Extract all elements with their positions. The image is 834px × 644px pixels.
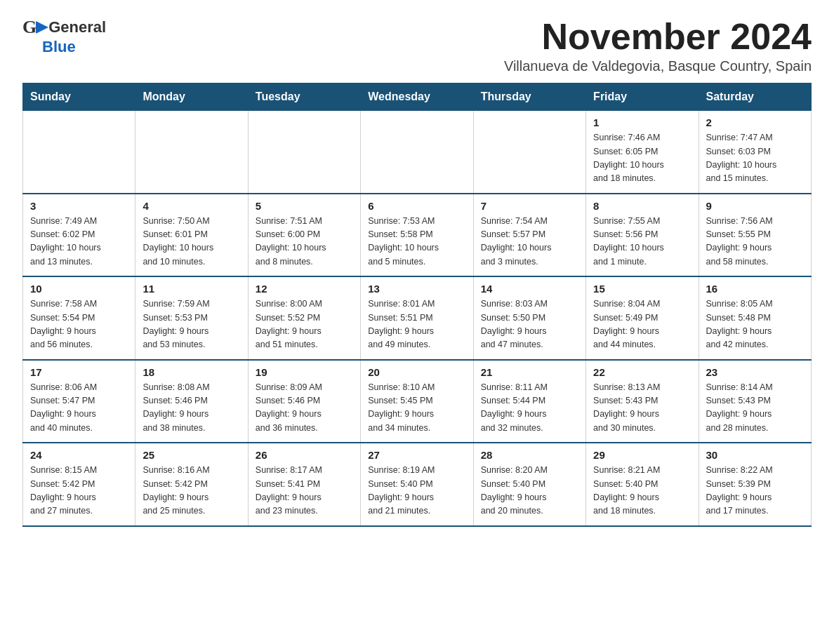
day-number: 23 bbox=[706, 366, 804, 378]
day-info: Sunrise: 8:09 AMSunset: 5:46 PMDaylight:… bbox=[256, 381, 353, 436]
calendar-cell: 16Sunrise: 8:05 AMSunset: 5:48 PMDayligh… bbox=[699, 276, 811, 360]
calendar-week-4: 17Sunrise: 8:06 AMSunset: 5:47 PMDayligh… bbox=[23, 360, 812, 443]
day-info: Sunrise: 7:56 AMSunset: 5:55 PMDaylight:… bbox=[706, 215, 804, 269]
weekday-header-wednesday: Wednesday bbox=[361, 83, 473, 111]
calendar-week-3: 10Sunrise: 7:58 AMSunset: 5:54 PMDayligh… bbox=[23, 276, 812, 360]
day-number: 25 bbox=[143, 449, 240, 461]
day-number: 19 bbox=[256, 366, 353, 378]
day-number: 16 bbox=[706, 283, 804, 295]
day-number: 8 bbox=[593, 200, 691, 212]
calendar-cell: 18Sunrise: 8:08 AMSunset: 5:46 PMDayligh… bbox=[135, 360, 248, 443]
calendar-cell: 12Sunrise: 8:00 AMSunset: 5:52 PMDayligh… bbox=[248, 276, 360, 360]
calendar-cell: 25Sunrise: 8:16 AMSunset: 5:42 PMDayligh… bbox=[135, 443, 248, 526]
day-info: Sunrise: 8:05 AMSunset: 5:48 PMDaylight:… bbox=[706, 297, 804, 352]
day-info: Sunrise: 8:10 AMSunset: 5:45 PMDaylight:… bbox=[368, 381, 465, 436]
calendar-cell: 9Sunrise: 7:56 AMSunset: 5:55 PMDaylight… bbox=[699, 194, 811, 277]
day-number: 1 bbox=[593, 116, 691, 128]
calendar-cell bbox=[135, 111, 248, 194]
day-number: 5 bbox=[256, 200, 353, 212]
month-title: November 2024 bbox=[504, 17, 812, 57]
day-number: 3 bbox=[30, 200, 128, 212]
day-info: Sunrise: 7:47 AMSunset: 6:03 PMDaylight:… bbox=[706, 131, 804, 186]
calendar-cell: 24Sunrise: 8:15 AMSunset: 5:42 PMDayligh… bbox=[23, 443, 135, 526]
day-number: 18 bbox=[143, 366, 240, 378]
calendar-cell: 7Sunrise: 7:54 AMSunset: 5:57 PMDaylight… bbox=[473, 194, 585, 277]
weekday-header-tuesday: Tuesday bbox=[248, 83, 360, 111]
day-info: Sunrise: 7:49 AMSunset: 6:02 PMDaylight:… bbox=[30, 215, 128, 269]
logo-g: G bbox=[22, 17, 37, 38]
day-number: 20 bbox=[368, 366, 465, 378]
day-number: 22 bbox=[593, 366, 691, 378]
calendar-cell bbox=[23, 111, 135, 194]
calendar-week-5: 24Sunrise: 8:15 AMSunset: 5:42 PMDayligh… bbox=[23, 443, 812, 526]
day-number: 6 bbox=[368, 200, 465, 212]
weekday-header-thursday: Thursday bbox=[473, 83, 585, 111]
calendar-cell: 8Sunrise: 7:55 AMSunset: 5:56 PMDaylight… bbox=[586, 194, 699, 277]
calendar-cell: 26Sunrise: 8:17 AMSunset: 5:41 PMDayligh… bbox=[248, 443, 360, 526]
calendar-cell: 20Sunrise: 8:10 AMSunset: 5:45 PMDayligh… bbox=[361, 360, 473, 443]
day-number: 7 bbox=[481, 200, 578, 212]
calendar-cell: 29Sunrise: 8:21 AMSunset: 5:40 PMDayligh… bbox=[586, 443, 699, 526]
calendar-cell: 28Sunrise: 8:20 AMSunset: 5:40 PMDayligh… bbox=[473, 443, 585, 526]
day-number: 4 bbox=[143, 200, 240, 212]
calendar-cell: 2Sunrise: 7:47 AMSunset: 6:03 PMDaylight… bbox=[699, 111, 811, 194]
calendar-week-1: 1Sunrise: 7:46 AMSunset: 6:05 PMDaylight… bbox=[23, 111, 812, 194]
calendar-cell: 13Sunrise: 8:01 AMSunset: 5:51 PMDayligh… bbox=[361, 276, 473, 360]
day-info: Sunrise: 8:20 AMSunset: 5:40 PMDaylight:… bbox=[481, 464, 578, 518]
calendar-cell: 21Sunrise: 8:11 AMSunset: 5:44 PMDayligh… bbox=[473, 360, 585, 443]
day-info: Sunrise: 7:59 AMSunset: 5:53 PMDaylight:… bbox=[143, 297, 240, 352]
calendar-cell: 22Sunrise: 8:13 AMSunset: 5:43 PMDayligh… bbox=[586, 360, 699, 443]
day-number: 11 bbox=[143, 283, 240, 295]
svg-marker-0 bbox=[36, 21, 48, 34]
day-info: Sunrise: 8:03 AMSunset: 5:50 PMDaylight:… bbox=[481, 297, 578, 352]
logo: G General Blue bbox=[22, 17, 106, 56]
calendar-cell bbox=[361, 111, 473, 194]
day-info: Sunrise: 8:04 AMSunset: 5:49 PMDaylight:… bbox=[593, 297, 691, 352]
day-info: Sunrise: 7:51 AMSunset: 6:00 PMDaylight:… bbox=[256, 215, 353, 269]
calendar-cell: 14Sunrise: 8:03 AMSunset: 5:50 PMDayligh… bbox=[473, 276, 585, 360]
calendar-cell: 1Sunrise: 7:46 AMSunset: 6:05 PMDaylight… bbox=[586, 111, 699, 194]
calendar-week-2: 3Sunrise: 7:49 AMSunset: 6:02 PMDaylight… bbox=[23, 194, 812, 277]
calendar-cell: 10Sunrise: 7:58 AMSunset: 5:54 PMDayligh… bbox=[23, 276, 135, 360]
day-info: Sunrise: 8:19 AMSunset: 5:40 PMDaylight:… bbox=[368, 464, 465, 518]
weekday-header-friday: Friday bbox=[586, 83, 699, 111]
day-info: Sunrise: 7:55 AMSunset: 5:56 PMDaylight:… bbox=[593, 215, 691, 269]
calendar-cell: 27Sunrise: 8:19 AMSunset: 5:40 PMDayligh… bbox=[361, 443, 473, 526]
calendar-cell: 30Sunrise: 8:22 AMSunset: 5:39 PMDayligh… bbox=[699, 443, 811, 526]
day-info: Sunrise: 8:11 AMSunset: 5:44 PMDaylight:… bbox=[481, 381, 578, 436]
calendar-cell: 19Sunrise: 8:09 AMSunset: 5:46 PMDayligh… bbox=[248, 360, 360, 443]
day-info: Sunrise: 7:50 AMSunset: 6:01 PMDaylight:… bbox=[143, 215, 240, 269]
calendar-table: SundayMondayTuesdayWednesdayThursdayFrid… bbox=[22, 83, 812, 527]
day-number: 24 bbox=[30, 449, 128, 461]
day-number: 30 bbox=[706, 449, 804, 461]
page-header: G General Blue November 2024 Villanueva … bbox=[22, 17, 812, 74]
weekday-header-sunday: Sunday bbox=[23, 83, 135, 111]
day-info: Sunrise: 8:13 AMSunset: 5:43 PMDaylight:… bbox=[593, 381, 691, 436]
title-block: November 2024 Villanueva de Valdegovia, … bbox=[504, 17, 812, 74]
day-info: Sunrise: 8:14 AMSunset: 5:43 PMDaylight:… bbox=[706, 381, 804, 436]
day-number: 2 bbox=[706, 116, 804, 128]
weekday-header-row: SundayMondayTuesdayWednesdayThursdayFrid… bbox=[23, 83, 812, 111]
calendar-cell bbox=[473, 111, 585, 194]
day-info: Sunrise: 8:08 AMSunset: 5:46 PMDaylight:… bbox=[143, 381, 240, 436]
location-subtitle: Villanueva de Valdegovia, Basque Country… bbox=[504, 58, 812, 74]
calendar-cell: 23Sunrise: 8:14 AMSunset: 5:43 PMDayligh… bbox=[699, 360, 811, 443]
weekday-header-saturday: Saturday bbox=[699, 83, 811, 111]
calendar-cell: 4Sunrise: 7:50 AMSunset: 6:01 PMDaylight… bbox=[135, 194, 248, 277]
day-number: 15 bbox=[593, 283, 691, 295]
calendar-cell: 3Sunrise: 7:49 AMSunset: 6:02 PMDaylight… bbox=[23, 194, 135, 277]
day-number: 21 bbox=[481, 366, 578, 378]
day-number: 28 bbox=[481, 449, 578, 461]
day-info: Sunrise: 8:22 AMSunset: 5:39 PMDaylight:… bbox=[706, 464, 804, 518]
day-info: Sunrise: 8:01 AMSunset: 5:51 PMDaylight:… bbox=[368, 297, 465, 352]
day-info: Sunrise: 8:15 AMSunset: 5:42 PMDaylight:… bbox=[30, 464, 128, 518]
weekday-header-monday: Monday bbox=[135, 83, 248, 111]
calendar-cell bbox=[248, 111, 360, 194]
day-info: Sunrise: 7:54 AMSunset: 5:57 PMDaylight:… bbox=[481, 215, 578, 269]
day-info: Sunrise: 7:46 AMSunset: 6:05 PMDaylight:… bbox=[593, 131, 691, 186]
day-number: 12 bbox=[256, 283, 353, 295]
calendar-cell: 6Sunrise: 7:53 AMSunset: 5:58 PMDaylight… bbox=[361, 194, 473, 277]
calendar-body: 1Sunrise: 7:46 AMSunset: 6:05 PMDaylight… bbox=[23, 111, 812, 526]
logo-general-text: General bbox=[48, 18, 106, 36]
day-number: 13 bbox=[368, 283, 465, 295]
